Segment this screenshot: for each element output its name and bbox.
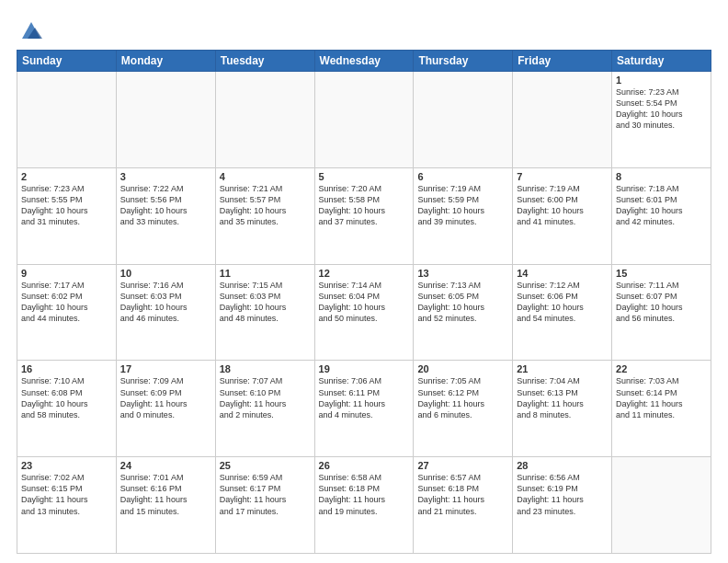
day-cell-15: 15Sunrise: 7:11 AM Sunset: 6:07 PM Dayli…	[612, 264, 711, 361]
day-cell-4: 4Sunrise: 7:21 AM Sunset: 5:57 PM Daylig…	[215, 167, 314, 264]
day-info: Sunrise: 7:10 AM Sunset: 6:08 PM Dayligh…	[21, 375, 112, 420]
day-header-saturday: Saturday	[612, 51, 711, 72]
day-cell-13: 13Sunrise: 7:13 AM Sunset: 6:05 PM Dayli…	[414, 264, 513, 361]
day-cell-empty-0-0	[17, 72, 117, 168]
day-cell-26: 26Sunrise: 6:58 AM Sunset: 6:18 PM Dayli…	[314, 457, 414, 554]
day-cell-22: 22Sunrise: 7:03 AM Sunset: 6:14 PM Dayli…	[612, 361, 711, 457]
day-cell-3: 3Sunrise: 7:22 AM Sunset: 5:56 PM Daylig…	[116, 167, 215, 264]
day-cell-empty-4-6	[612, 457, 711, 554]
day-info: Sunrise: 7:11 AM Sunset: 6:07 PM Dayligh…	[616, 280, 707, 325]
day-cell-9: 9Sunrise: 7:17 AM Sunset: 6:02 PM Daylig…	[17, 264, 117, 361]
day-info: Sunrise: 7:21 AM Sunset: 5:57 PM Dayligh…	[220, 183, 311, 228]
day-cell-24: 24Sunrise: 7:01 AM Sunset: 6:16 PM Dayli…	[116, 457, 215, 554]
day-info: Sunrise: 7:23 AM Sunset: 5:55 PM Dayligh…	[21, 183, 112, 228]
day-number: 7	[517, 171, 608, 182]
day-cell-20: 20Sunrise: 7:05 AM Sunset: 6:12 PM Dayli…	[414, 361, 513, 457]
day-number: 26	[319, 460, 410, 471]
day-info: Sunrise: 6:57 AM Sunset: 6:18 PM Dayligh…	[417, 472, 508, 517]
day-info: Sunrise: 7:16 AM Sunset: 6:03 PM Dayligh…	[120, 280, 211, 325]
day-cell-8: 8Sunrise: 7:18 AM Sunset: 6:01 PM Daylig…	[612, 167, 711, 264]
day-number: 21	[517, 363, 608, 374]
day-number: 12	[319, 268, 410, 279]
day-cell-16: 16Sunrise: 7:10 AM Sunset: 6:08 PM Dayli…	[17, 361, 117, 457]
day-number: 4	[220, 171, 311, 182]
day-number: 5	[319, 171, 410, 182]
day-cell-23: 23Sunrise: 7:02 AM Sunset: 6:15 PM Dayli…	[17, 457, 117, 554]
day-cell-2: 2Sunrise: 7:23 AM Sunset: 5:55 PM Daylig…	[17, 167, 117, 264]
day-cell-18: 18Sunrise: 7:07 AM Sunset: 6:10 PM Dayli…	[215, 361, 314, 457]
day-number: 15	[616, 268, 707, 279]
day-number: 10	[120, 268, 211, 279]
day-cell-25: 25Sunrise: 6:59 AM Sunset: 6:17 PM Dayli…	[215, 457, 314, 554]
day-info: Sunrise: 7:01 AM Sunset: 6:16 PM Dayligh…	[120, 472, 211, 517]
day-number: 19	[319, 363, 410, 374]
day-header-monday: Monday	[116, 51, 215, 72]
day-cell-empty-0-1	[116, 72, 215, 168]
day-number: 20	[417, 363, 508, 374]
week-row-0: 1Sunrise: 7:23 AM Sunset: 5:54 PM Daylig…	[17, 72, 711, 168]
day-number: 8	[616, 171, 707, 182]
day-info: Sunrise: 7:20 AM Sunset: 5:58 PM Dayligh…	[319, 183, 410, 228]
day-header-tuesday: Tuesday	[215, 51, 314, 72]
day-info: Sunrise: 7:12 AM Sunset: 6:06 PM Dayligh…	[517, 280, 608, 325]
day-header-wednesday: Wednesday	[314, 51, 414, 72]
header	[17, 17, 711, 42]
day-cell-7: 7Sunrise: 7:19 AM Sunset: 6:00 PM Daylig…	[513, 167, 612, 264]
day-info: Sunrise: 7:06 AM Sunset: 6:11 PM Dayligh…	[319, 375, 410, 420]
day-info: Sunrise: 7:23 AM Sunset: 5:54 PM Dayligh…	[616, 86, 707, 132]
day-cell-19: 19Sunrise: 7:06 AM Sunset: 6:11 PM Dayli…	[314, 361, 414, 457]
day-number: 11	[220, 268, 311, 279]
calendar: SundayMondayTuesdayWednesdayThursdayFrid…	[17, 50, 711, 554]
day-cell-11: 11Sunrise: 7:15 AM Sunset: 6:03 PM Dayli…	[215, 264, 314, 361]
day-info: Sunrise: 7:14 AM Sunset: 6:04 PM Dayligh…	[319, 280, 410, 325]
day-cell-21: 21Sunrise: 7:04 AM Sunset: 6:13 PM Dayli…	[513, 361, 612, 457]
day-info: Sunrise: 7:18 AM Sunset: 6:01 PM Dayligh…	[616, 183, 707, 228]
day-info: Sunrise: 7:07 AM Sunset: 6:10 PM Dayligh…	[220, 375, 311, 420]
day-header-sunday: Sunday	[17, 51, 117, 72]
day-info: Sunrise: 7:19 AM Sunset: 6:00 PM Dayligh…	[517, 183, 608, 228]
day-cell-14: 14Sunrise: 7:12 AM Sunset: 6:06 PM Dayli…	[513, 264, 612, 361]
day-cell-empty-0-2	[215, 72, 314, 168]
day-number: 22	[616, 363, 707, 374]
day-number: 6	[417, 171, 508, 182]
day-info: Sunrise: 7:15 AM Sunset: 6:03 PM Dayligh…	[220, 280, 311, 325]
day-header-friday: Friday	[513, 51, 612, 72]
week-row-4: 23Sunrise: 7:02 AM Sunset: 6:15 PM Dayli…	[17, 457, 711, 554]
logo	[17, 17, 44, 42]
day-number: 27	[417, 460, 508, 471]
day-cell-empty-0-5	[513, 72, 612, 168]
day-number: 16	[21, 363, 112, 374]
day-number: 18	[220, 363, 311, 374]
day-cell-empty-0-3	[314, 72, 414, 168]
week-row-3: 16Sunrise: 7:10 AM Sunset: 6:08 PM Dayli…	[17, 361, 711, 457]
day-info: Sunrise: 7:17 AM Sunset: 6:02 PM Dayligh…	[21, 280, 112, 325]
day-info: Sunrise: 7:03 AM Sunset: 6:14 PM Dayligh…	[616, 375, 707, 420]
day-number: 17	[120, 363, 211, 374]
day-cell-6: 6Sunrise: 7:19 AM Sunset: 5:59 PM Daylig…	[414, 167, 513, 264]
day-info: Sunrise: 6:58 AM Sunset: 6:18 PM Dayligh…	[319, 472, 410, 517]
day-info: Sunrise: 7:13 AM Sunset: 6:05 PM Dayligh…	[417, 280, 508, 325]
week-row-1: 2Sunrise: 7:23 AM Sunset: 5:55 PM Daylig…	[17, 167, 711, 264]
day-header-row: SundayMondayTuesdayWednesdayThursdayFrid…	[17, 51, 711, 72]
day-number: 1	[616, 75, 707, 86]
day-info: Sunrise: 6:56 AM Sunset: 6:19 PM Dayligh…	[517, 472, 608, 517]
day-info: Sunrise: 7:05 AM Sunset: 6:12 PM Dayligh…	[417, 375, 508, 420]
day-number: 23	[21, 460, 112, 471]
day-number: 24	[120, 460, 211, 471]
day-number: 9	[21, 268, 112, 279]
day-cell-28: 28Sunrise: 6:56 AM Sunset: 6:19 PM Dayli…	[513, 457, 612, 554]
page: SundayMondayTuesdayWednesdayThursdayFrid…	[0, 0, 728, 563]
day-number: 13	[417, 268, 508, 279]
day-cell-empty-0-4	[414, 72, 513, 168]
day-info: Sunrise: 7:02 AM Sunset: 6:15 PM Dayligh…	[21, 472, 112, 517]
day-number: 3	[120, 171, 211, 182]
day-cell-27: 27Sunrise: 6:57 AM Sunset: 6:18 PM Dayli…	[414, 457, 513, 554]
day-info: Sunrise: 7:19 AM Sunset: 5:59 PM Dayligh…	[417, 183, 508, 228]
day-cell-10: 10Sunrise: 7:16 AM Sunset: 6:03 PM Dayli…	[116, 264, 215, 361]
day-header-thursday: Thursday	[414, 51, 513, 72]
day-info: Sunrise: 7:09 AM Sunset: 6:09 PM Dayligh…	[120, 375, 211, 420]
week-row-2: 9Sunrise: 7:17 AM Sunset: 6:02 PM Daylig…	[17, 264, 711, 361]
day-number: 14	[517, 268, 608, 279]
day-number: 28	[517, 460, 608, 471]
day-info: Sunrise: 7:04 AM Sunset: 6:13 PM Dayligh…	[517, 375, 608, 420]
